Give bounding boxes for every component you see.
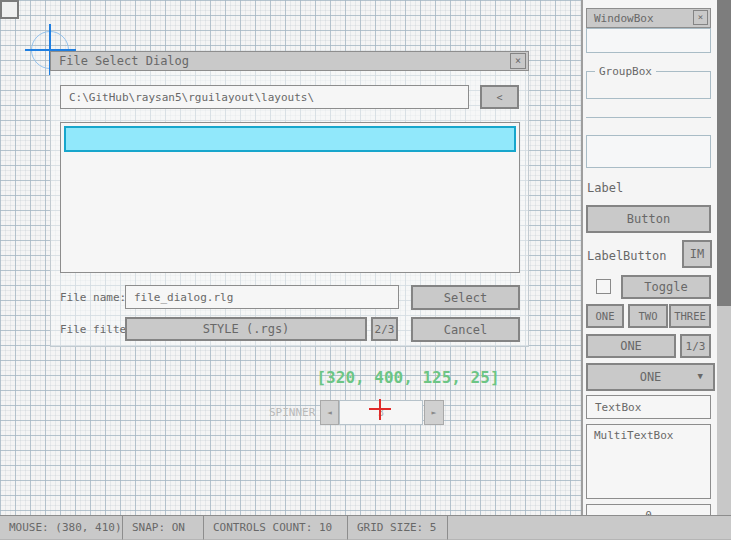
file-name-textbox[interactable]: file_dialog.rlg [125, 285, 399, 309]
palette-windowbox-body [586, 28, 711, 53]
palette-item-checkbox[interactable] [596, 279, 611, 294]
status-grid-size: GRID SIZE: 5 [348, 516, 448, 540]
file-filter-value: STYLE (.rgs) [203, 322, 290, 336]
togglegroup-three-label: THREE [674, 310, 706, 322]
cancel-button[interactable]: Cancel [411, 317, 520, 342]
selected-control-bounds: [320, 400, 125, 25] [310, 368, 506, 388]
togglegroup-one-label: ONE [596, 310, 615, 322]
palette-item-imagebutton[interactable]: IM [682, 240, 712, 268]
palette-item-panel[interactable] [586, 135, 711, 168]
file-filter-combobox[interactable]: STYLE (.rgs) [125, 317, 367, 341]
palette-item-toggle[interactable]: Toggle [621, 275, 711, 299]
palette-windowbox-title: WindowBox [594, 12, 654, 25]
toggle-label: Toggle [644, 280, 687, 294]
status-empty [448, 516, 731, 540]
dialog-close-button[interactable]: × [510, 53, 526, 69]
controls-palette-sidebar: WindowBox × GroupBox Label Button LabelB… [581, 0, 731, 515]
file-listview[interactable] [60, 122, 520, 273]
path-textbox[interactable]: C:\GitHub\raysan5\rguilayout\layouts\ [60, 85, 469, 109]
file-filter-count-button[interactable]: 2/3 [371, 317, 398, 341]
file-filter-count: 2/3 [375, 323, 395, 336]
chevron-down-icon: ▼ [698, 372, 703, 381]
palette-item-label[interactable]: Label [587, 181, 623, 195]
scrollbar-thumb[interactable] [717, 0, 731, 306]
dropdown-label: ONE [640, 370, 662, 384]
select-button-label: Select [444, 291, 487, 305]
dialog-titlebar[interactable]: File Select Dialog [50, 51, 529, 71]
dialog-title: File Select Dialog [59, 54, 189, 68]
mouse-crosshair-icon [379, 399, 381, 420]
palette-item-valuebox[interactable]: 0 [586, 504, 711, 515]
arrow-right-icon: ► [432, 408, 437, 417]
palette-scrollbar[interactable] [717, 0, 731, 515]
togglegroup-two-label: TWO [639, 310, 658, 322]
textbox-text: TextBox [595, 401, 641, 414]
palette-item-button[interactable]: Button [586, 205, 711, 233]
spinner-increment-button[interactable]: ► [424, 400, 444, 425]
cancel-button-label: Cancel [444, 323, 487, 337]
palette-item-textbox[interactable]: TextBox [586, 395, 711, 419]
palette-combobox-count-button[interactable]: 1/3 [680, 334, 711, 358]
multitextbox-text: MultiTextBox [594, 429, 673, 442]
palette-item-line[interactable] [586, 117, 711, 118]
back-icon: < [496, 92, 502, 103]
spinner-label: SPINNER [269, 400, 315, 425]
status-snap: SNAP: ON [123, 516, 204, 540]
palette-item-togglegroup-two[interactable]: TWO [628, 304, 668, 328]
path-value: C:\GitHub\raysan5\rguilayout\layouts\ [69, 91, 314, 104]
palette-groupbox-label: GroupBox [595, 65, 656, 78]
palette-item-groupbox[interactable]: GroupBox [586, 71, 711, 99]
close-icon: × [515, 56, 521, 66]
status-controls-count: CONTROLS COUNT: 10 [204, 516, 348, 540]
palette-button-label: Button [627, 212, 670, 226]
palette-item-labelbutton[interactable]: LabelButton [587, 249, 666, 263]
image-button-label: IM [690, 247, 704, 261]
layout-canvas[interactable]: File Select Dialog × C:\GitHub\raysan5\r… [0, 0, 581, 515]
combobox-count: 1/3 [686, 340, 706, 353]
spinner-decrement-button[interactable]: ◄ [320, 400, 339, 425]
palette-item-togglegroup-one[interactable]: ONE [586, 304, 624, 328]
status-mouse: MOUSE: (380, 410) [0, 516, 123, 540]
file-name-label: File name: [60, 285, 126, 309]
arrow-left-icon: ◄ [327, 408, 332, 417]
palette-item-multitextbox[interactable]: MultiTextBox [586, 424, 711, 499]
origin-marker [0, 0, 19, 19]
palette-item-togglegroup-three[interactable]: THREE [669, 304, 711, 328]
palette-windowbox-close-button: × [693, 10, 708, 25]
file-name-value: file_dialog.rlg [134, 291, 233, 304]
status-bar: MOUSE: (380, 410) SNAP: ON CONTROLS COUN… [0, 515, 731, 540]
select-button[interactable]: Select [411, 285, 520, 310]
spinner-valuebox[interactable]: 3 [339, 400, 423, 425]
close-icon: × [698, 13, 703, 22]
path-back-button[interactable]: < [480, 85, 519, 109]
combobox-label: ONE [620, 339, 642, 353]
listview-selected-item[interactable] [64, 126, 516, 152]
palette-item-combobox[interactable]: ONE [586, 334, 676, 358]
palette-item-dropdownbox[interactable]: ONE ▼ [586, 363, 715, 391]
palette-item-windowbox[interactable]: WindowBox × [586, 8, 711, 53]
